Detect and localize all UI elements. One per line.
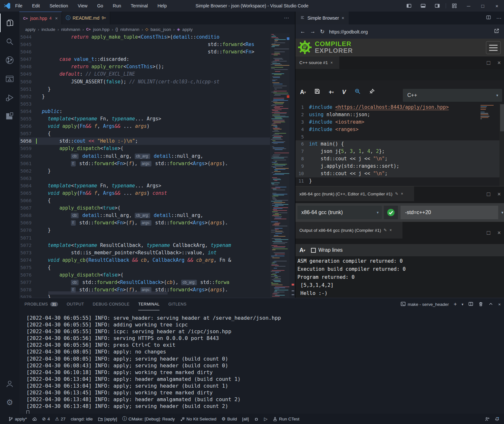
close-pane-icon[interactable]: ×: [497, 230, 501, 236]
breadcrumb-item[interactable]: nlohmann: [120, 27, 139, 32]
ce-output-tab[interactable]: Output of x86-64 gcc (trunk) (Compiler #…: [296, 222, 402, 239]
menu-item-run[interactable]: Run: [113, 3, 121, 8]
back-icon[interactable]: ←: [300, 28, 305, 35]
maximize-pane-icon[interactable]: □: [487, 230, 490, 236]
kill-terminal-icon[interactable]: [478, 301, 483, 307]
close-pane-icon[interactable]: ×: [497, 60, 501, 66]
search-icon[interactable]: [0, 32, 19, 51]
language-select[interactable]: C++ ▾: [403, 89, 502, 102]
ce-source-editor[interactable]: 1#include <https://localhost:8443/apply/…: [296, 104, 504, 186]
terminal-instance[interactable]: make - serve_header: [401, 301, 449, 307]
breadcrumb-item[interactable]: nlohmann: [61, 27, 80, 32]
menu-item-view[interactable]: View: [78, 3, 87, 8]
statusbar-item-4[interactable]: ⊘4: [42, 416, 50, 421]
forward-icon[interactable]: →: [310, 28, 315, 35]
extensions-icon[interactable]: [0, 107, 19, 126]
settings-gear-icon[interactable]: ⚙: [0, 393, 19, 412]
close-panel-icon[interactable]: ×: [498, 302, 501, 307]
close-icon[interactable]: ×: [331, 61, 333, 65]
close-icon[interactable]: ×: [55, 16, 58, 21]
chevron-down-icon[interactable]: ▾: [462, 302, 464, 306]
split-editor-icon[interactable]: [486, 15, 491, 21]
chevron-down-icon[interactable]: ▾: [501, 210, 503, 215]
statusbar-item--all-[interactable]: [all]: [242, 417, 249, 421]
reload-icon[interactable]: ↻: [320, 28, 325, 35]
panel-tab-terminal[interactable]: TERMINAL: [138, 298, 160, 310]
vim-mode-icon[interactable]: V: [342, 89, 346, 96]
hamburger-menu-icon[interactable]: [486, 41, 501, 54]
terminal-output[interactable]: [2022-04-30 06:05:55] INFO: serve_header…: [26, 315, 281, 416]
statusbar-item-build[interactable]: ⚙Build: [222, 416, 237, 421]
statusbar-item-no-kit-selected[interactable]: No Kit Selected: [180, 417, 217, 421]
more-actions-icon[interactable]: ⋯: [284, 15, 289, 21]
layout-sidebar-left-icon[interactable]: [402, 0, 416, 12]
minimap[interactable]: [270, 33, 289, 298]
layout-panel-icon[interactable]: [416, 0, 430, 12]
close-pane-icon[interactable]: ×: [497, 191, 501, 198]
url-input[interactable]: https://godbolt.org: [329, 29, 489, 34]
ce-source-tab[interactable]: C++ source #1 ×: [296, 56, 339, 69]
open-external-icon[interactable]: [494, 28, 499, 35]
accounts-icon[interactable]: [0, 374, 19, 393]
add-pane-button[interactable]: +▾: [329, 89, 334, 96]
panel-tab-problems[interactable]: PROBLEMS31: [24, 298, 58, 310]
statusbar-item-apply-[interactable]: apply*: [8, 417, 27, 421]
breadcrumb[interactable]: apply›include›nlohmann›C+json.hpp›{}nloh…: [25, 25, 193, 33]
ce-compiler-tab[interactable]: x86-64 gcc (trunk) (C++, Editor #1, Comp…: [296, 186, 414, 201]
edit-icon[interactable]: ✎: [384, 228, 387, 232]
tab-simple-browser[interactable]: Simple Browser ×: [296, 12, 349, 24]
compiler-options-input[interactable]: -std=c++20: [401, 206, 498, 219]
menu-item-file[interactable]: File: [15, 3, 23, 8]
layout-sidebar-right-icon[interactable]: [430, 0, 444, 12]
minimize-button[interactable]: ─: [461, 0, 476, 12]
close-icon[interactable]: ×: [390, 228, 392, 232]
font-size-button[interactable]: A▾: [299, 247, 305, 254]
maximize-pane-icon[interactable]: □: [487, 191, 490, 198]
menu-bar[interactable]: FileEditSelectionViewGoRunTerminalHelp: [15, 3, 167, 8]
tab-json-hpp[interactable]: C+json.hpp4×: [19, 12, 62, 24]
run-debug-icon[interactable]: [0, 88, 19, 107]
statusbar-item-cmake-debug-ready[interactable]: ⓘCMake: [Debug]: Ready: [122, 416, 175, 422]
zoom-icon[interactable]: [354, 88, 361, 96]
breadcrumb-item[interactable]: apply: [25, 27, 35, 32]
cmake-icon[interactable]: [0, 70, 19, 88]
statusbar-item-bug[interactable]: [254, 417, 259, 421]
maximize-button[interactable]: □: [476, 0, 490, 12]
wrap-lines-checkbox[interactable]: Wrap lines: [311, 247, 343, 253]
horizontal-scrollbar[interactable]: [48, 291, 168, 295]
close-button[interactable]: ×: [490, 0, 504, 12]
customize-layout-icon[interactable]: [447, 0, 461, 12]
menu-item-go[interactable]: Go: [97, 3, 103, 8]
more-actions-icon[interactable]: ⋯: [496, 15, 501, 21]
maximize-panel-icon[interactable]: [488, 301, 493, 307]
statusbar-item-person[interactable]: [485, 417, 489, 421]
ce-scrollbar[interactable]: [499, 104, 504, 186]
menu-item-terminal[interactable]: Terminal: [131, 3, 148, 8]
panel-tab-debug-console[interactable]: DEBUG CONSOLE: [93, 298, 130, 310]
statusbar-item-cloud[interactable]: [32, 417, 37, 421]
menu-item-help[interactable]: Help: [158, 3, 167, 8]
breadcrumb-item[interactable]: basic_json: [150, 27, 171, 32]
breadcrumb-item[interactable]: apply: [182, 27, 192, 32]
statusbar-item-bell[interactable]: [495, 417, 499, 421]
split-terminal-icon[interactable]: [468, 301, 473, 307]
tab-readme-md[interactable]: ⓘREADME.md9+: [62, 12, 110, 24]
statusbar-item-run-ctest[interactable]: Run CTest: [273, 417, 299, 421]
maximize-pane-icon[interactable]: □: [487, 60, 490, 66]
statusbar-item--apply-[interactable]: [apply]: [98, 417, 117, 421]
menu-item-selection[interactable]: Selection: [50, 3, 68, 8]
panel-tab-gitlens[interactable]: GITLENS: [168, 298, 186, 310]
source-control-icon[interactable]: [0, 51, 19, 70]
statusbar-item-play[interactable]: ▷: [264, 416, 267, 421]
pin-icon[interactable]: [369, 88, 375, 96]
breadcrumb-item[interactable]: json.hpp: [93, 27, 110, 32]
close-icon[interactable]: ×: [401, 192, 403, 196]
new-terminal-icon[interactable]: +: [454, 301, 457, 307]
save-icon[interactable]: [314, 88, 320, 96]
breadcrumb-item[interactable]: include: [42, 27, 55, 32]
code-editor[interactable]: 5044 return apply_make_tuple<ConstThis>(…: [19, 33, 270, 298]
statusbar-item-27[interactable]: ⚠27: [55, 416, 66, 421]
explorer-icon[interactable]: [0, 14, 19, 32]
compiler-select[interactable]: x86-64 gcc (trunk) ▾: [297, 206, 382, 219]
menu-item-edit[interactable]: Edit: [32, 3, 40, 8]
